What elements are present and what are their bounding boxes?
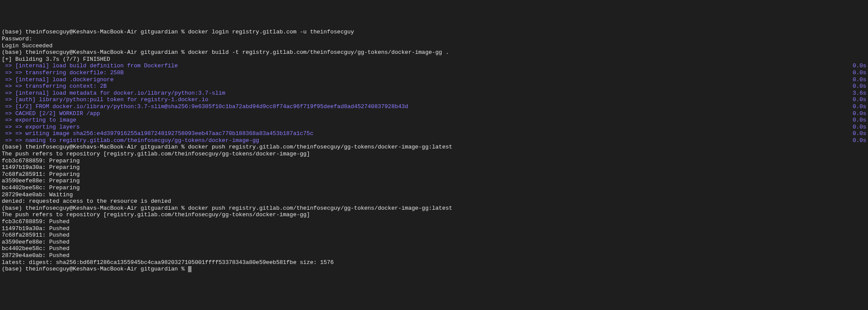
terminal-line: bc4402bee58c: Pushed: [2, 245, 866, 252]
terminal-line: 28729e4ae0ab: Pushed: [2, 252, 866, 259]
terminal-line: fcb3c6788859: Pushed: [2, 218, 866, 225]
terminal-line: => exporting to image0.0s: [2, 117, 866, 124]
terminal-line: => [internal] load build definition from…: [2, 63, 866, 69]
terminal-line: => CACHED [2/2] WORKDIR /app0.0s: [2, 110, 866, 117]
terminal-line: => [internal] load .dockerignore0.0s: [2, 76, 866, 83]
terminal-line: 7c68fa285911: Preparing: [2, 171, 866, 178]
prompt-line: (base) theinfosecguy@Keshavs-MacBook-Air…: [2, 266, 866, 273]
terminal-line: => [1/2] FROM docker.io/library/python:3…: [2, 103, 866, 110]
terminal-line: fcb3c6788859: Preparing: [2, 158, 866, 165]
cursor: [188, 266, 191, 272]
terminal-line: denied: requested access to the resource…: [2, 198, 866, 205]
terminal-line: The push refers to repository [registry.…: [2, 211, 866, 218]
terminal-line: => => transferring context: 2B0.0s: [2, 83, 866, 90]
terminal-line: => => exporting layers0.0s: [2, 124, 866, 131]
terminal-line: 11497b19a30a: Pushed: [2, 225, 866, 232]
prompt-line: (base) theinfosecguy@Keshavs-MacBook-Air…: [2, 49, 866, 56]
terminal-line: a3590eefe88e: Preparing: [2, 178, 866, 185]
terminal-line: => => transferring dockerfile: 258B0.0s: [2, 69, 866, 76]
terminal-line: => => writing image sha256:e4d397916255a…: [2, 130, 866, 137]
terminal-line: => [auth] library/python:pull token for …: [2, 96, 866, 103]
prompt-line: (base) theinfosecguy@Keshavs-MacBook-Air…: [2, 205, 866, 212]
terminal-line: [+] Building 3.7s (7/7) FINISHED: [2, 56, 866, 63]
terminal-line: 28729e4ae0ab: Waiting: [2, 191, 866, 198]
terminal-line: => [internal] load metadata for docker.i…: [2, 90, 866, 97]
terminal-line: latest: digest: sha256:bd68f1286ca135594…: [2, 259, 866, 266]
terminal-line: a3590eefe88e: Pushed: [2, 239, 866, 246]
prompt-line: (base) theinfosecguy@Keshavs-MacBook-Air…: [2, 144, 866, 151]
terminal-output[interactable]: (base) theinfosecguy@Keshavs-MacBook-Air…: [2, 29, 866, 272]
terminal-line: Login Succeeded: [2, 43, 866, 49]
terminal-line: Password:: [2, 36, 866, 43]
terminal-line: The push refers to repository [registry.…: [2, 151, 866, 158]
terminal-line: 11497b19a30a: Preparing: [2, 164, 866, 171]
terminal-line: bc4402bee58c: Preparing: [2, 185, 866, 191]
prompt-line: (base) theinfosecguy@Keshavs-MacBook-Air…: [2, 29, 866, 36]
terminal-line: => => naming to registry.gitlab.com/thei…: [2, 137, 866, 144]
terminal-line: 7c68fa285911: Pushed: [2, 232, 866, 239]
